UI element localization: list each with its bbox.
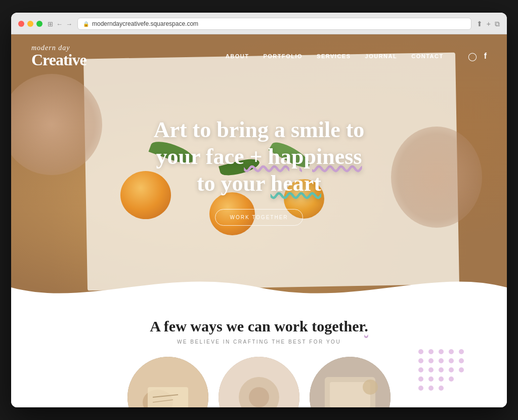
svg-point-23 [428, 367, 434, 372]
nav-services[interactable]: SERVICES [317, 53, 351, 59]
logo-main: Creative [31, 52, 87, 68]
svg-point-20 [449, 358, 454, 363]
browser-chrome: ⊞ ← → 🔒 moderndaycreativefe.squarespace.… [11, 13, 507, 34]
svg-point-13 [428, 349, 434, 354]
bottom-wrapper: A few ways we can work together. WE BELI… [31, 318, 487, 407]
hero-title-heart: heart [271, 171, 321, 196]
svg-point-24 [439, 367, 444, 372]
svg-point-15 [449, 349, 454, 354]
svg-point-32 [428, 386, 434, 391]
svg-point-26 [459, 367, 464, 372]
svg-point-17 [418, 358, 423, 363]
lock-icon: 🔒 [83, 21, 89, 27]
svg-point-27 [418, 376, 423, 382]
hand-right [391, 127, 482, 228]
back-button[interactable]: ← [56, 20, 63, 28]
address-bar[interactable]: 🔒 moderndaycreativefe.squarespace.com [77, 18, 471, 30]
svg-point-14 [439, 349, 444, 354]
maximize-button[interactable] [36, 21, 42, 27]
facebook-icon[interactable]: f [484, 52, 487, 61]
svg-point-31 [418, 386, 423, 391]
svg-point-33 [439, 386, 444, 391]
website-content: modern day Creative ABOUT PORTFOLIO SERV… [11, 34, 507, 407]
svg-point-25 [449, 367, 454, 372]
svg-point-18 [428, 358, 434, 363]
hero-title-toyour: to your [197, 171, 271, 196]
work-together-button[interactable]: WORK TOGETHER [215, 209, 303, 226]
logo[interactable]: modern day Creative [31, 45, 87, 68]
instagram-icon[interactable]: ◯ [468, 52, 477, 61]
nav-portfolio[interactable]: PORTFOLIO [263, 53, 303, 59]
nav-contact[interactable]: CONTACT [411, 53, 443, 59]
forward-button[interactable]: → [66, 20, 72, 28]
traffic-lights [18, 21, 42, 27]
hero-title: Art to bring a smile to your face + happ… [133, 117, 385, 197]
section-title-text: A few ways we can work together [150, 318, 364, 334]
section-subtitle: WE BELIEVE IN CRAFTING THE BEST FOR YOU [31, 339, 487, 345]
sidebar-toggle-icon[interactable]: ⊞ [48, 20, 53, 28]
svg-point-12 [418, 349, 423, 354]
hero-section: modern day Creative ABOUT PORTFOLIO SERV… [11, 34, 507, 298]
close-button[interactable] [18, 21, 24, 27]
hero-content: Art to bring a smile to your face + happ… [133, 117, 385, 226]
share-icon[interactable]: ⬆ [477, 20, 483, 28]
svg-point-16 [459, 349, 464, 354]
svg-point-7 [249, 387, 269, 407]
wave-transition [11, 267, 507, 308]
svg-point-28 [428, 376, 434, 382]
svg-point-30 [449, 376, 454, 382]
svg-point-19 [439, 358, 444, 363]
card-circle-1 [127, 357, 208, 407]
section-title: A few ways we can work together. [31, 318, 487, 335]
bottom-section: A few ways we can work together. WE BELI… [11, 308, 507, 407]
minimize-button[interactable] [27, 21, 33, 27]
hero-title-face: your face [156, 144, 244, 169]
browser-actions: ⬆ + ⧉ [477, 20, 500, 28]
svg-point-29 [439, 376, 444, 382]
main-nav: modern day Creative ABOUT PORTFOLIO SERV… [11, 34, 507, 78]
tabs-icon[interactable]: ⧉ [495, 20, 500, 28]
nav-journal[interactable]: JOURNAL [365, 53, 398, 59]
card-circle-3 [310, 357, 391, 407]
card-circle-2 [219, 357, 299, 407]
url-text: moderndaycreativefe.squarespace.com [92, 20, 198, 27]
nav-links: ABOUT PORTFOLIO SERVICES JOURNAL CONTACT… [226, 52, 487, 61]
hero-title-plus: + happiness [244, 144, 362, 169]
hero-title-line1: Art to bring a smile to [154, 117, 365, 142]
svg-point-22 [418, 367, 423, 372]
dots-decoration [416, 347, 466, 397]
section-title-period: . [364, 318, 368, 334]
browser-window: ⊞ ← → 🔒 moderndaycreativefe.squarespace.… [11, 13, 507, 407]
browser-controls: ⊞ ← → [48, 20, 72, 28]
new-tab-icon[interactable]: + [487, 20, 491, 28]
svg-point-11 [363, 380, 378, 395]
nav-social: ◯ f [468, 52, 487, 61]
svg-point-21 [459, 358, 464, 363]
nav-about[interactable]: ABOUT [226, 53, 249, 59]
